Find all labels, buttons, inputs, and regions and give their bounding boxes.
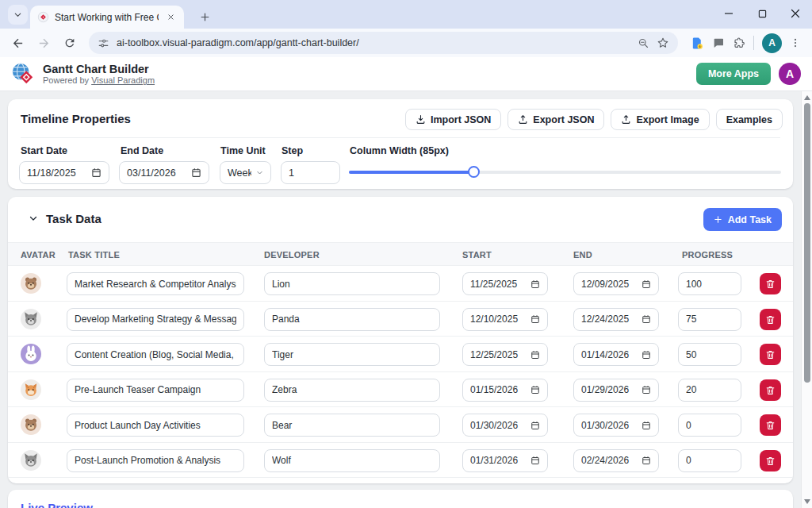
delete-task-button[interactable] [760,309,781,330]
start-date-input[interactable]: 01/15/2026 [462,379,548,402]
trash-icon [765,385,776,395]
task-row: Market Research & Competitor Analysis Li… [8,266,793,302]
developer-input[interactable]: Wolf [264,449,440,472]
end-date-input[interactable]: 01/14/2026 [573,343,659,366]
delete-task-button[interactable] [760,273,781,294]
scroll-down-arrow[interactable] [804,499,810,504]
start-date-input[interactable]: 01/30/2026 [462,414,548,437]
progress-input[interactable]: 50 [678,343,741,366]
end-date-input[interactable]: 02/24/2026 [573,449,659,472]
calendar-icon[interactable] [530,385,540,394]
scrollbar-thumb[interactable] [804,103,810,383]
reload-button[interactable] [59,32,81,54]
calendar-icon[interactable] [642,279,651,289]
export-image-button[interactable]: Export Image [611,109,709,130]
browser-profile-avatar[interactable]: A [762,33,782,53]
scroll-up-arrow[interactable] [804,95,810,100]
visual-paradigm-link[interactable]: Visual Paradigm [91,75,155,85]
back-button[interactable] [6,32,29,54]
add-task-button[interactable]: Add Task [703,208,782,231]
end-date-input[interactable]: 12/24/2025 [573,308,659,331]
browser-tab[interactable]: Start Working with Free Online [30,6,184,29]
end-date-input[interactable]: 03/11/2026 [119,161,209,184]
progress-input[interactable]: 75 [678,308,741,331]
docs-extension-icon[interactable] [691,37,704,50]
task-row: Product Launch Day Activities Bear 01/30… [8,407,793,443]
calendar-icon[interactable] [642,314,651,324]
end-date-input[interactable]: 01/30/2026 [573,414,659,437]
progress-input[interactable]: 20 [678,379,741,402]
calendar-icon[interactable] [530,350,540,360]
start-date-input[interactable]: 12/10/2025 [462,308,548,331]
zoom-out-icon[interactable] [638,37,649,49]
calendar-icon[interactable] [530,279,540,289]
new-tab-button[interactable] [196,8,213,25]
extensions-puzzle-icon[interactable] [733,37,745,49]
browser-menu-icon[interactable] [790,37,801,48]
end-date-input[interactable]: 01/29/2026 [573,379,659,402]
tab-search-button[interactable] [8,5,28,25]
col-developer: DEVELOPER [264,243,320,267]
time-unit-select[interactable]: Week [220,161,271,184]
calendar-icon[interactable] [530,421,540,430]
developer-input[interactable]: Lion [264,272,440,295]
avatar-bear-icon [21,273,41,294]
calendar-icon[interactable] [642,456,651,465]
address-bar[interactable]: ai-toolbox.visual-paradigm.com/app/gantt… [89,32,678,54]
progress-input[interactable]: 0 [678,414,741,437]
calendar-icon[interactable] [530,314,540,324]
collapse-chevron-icon[interactable] [29,214,38,223]
progress-input[interactable]: 0 [678,449,741,472]
developer-input[interactable]: Tiger [264,343,440,366]
maximize-button[interactable] [745,0,779,27]
examples-button[interactable]: Examples [716,109,783,130]
column-width-slider[interactable] [349,161,781,184]
app-title: Gantt Chart Builder [43,63,155,76]
developer-input[interactable]: Bear [264,414,440,437]
task-title-input[interactable]: Post-Launch Promotion & Analysis [67,449,244,472]
end-date-input[interactable]: 12/09/2025 [573,272,659,295]
page-scrollbar[interactable] [801,91,812,508]
delete-task-button[interactable] [760,450,781,471]
task-title-input[interactable]: Develop Marketing Strategy & Messaging [67,308,244,331]
calendar-icon[interactable] [530,456,540,465]
start-date-input[interactable]: 11/25/2025 [462,272,548,295]
calendar-icon[interactable] [642,421,651,430]
close-window-button[interactable] [779,0,812,27]
more-apps-button[interactable]: More Apps [696,63,771,85]
task-title-input[interactable]: Product Launch Day Activities [67,414,244,437]
developer-input[interactable]: Panda [264,308,440,331]
delete-task-button[interactable] [760,414,781,436]
start-date-input[interactable]: 12/25/2025 [462,343,548,366]
slider-track[interactable] [349,171,781,174]
task-title-input[interactable]: Content Creation (Blog, Social Media, Vi… [67,343,244,366]
calendar-icon[interactable] [191,167,201,178]
col-start: START [462,243,492,267]
calendar-icon[interactable] [642,350,651,360]
task-title-input[interactable]: Market Research & Competitor Analysis [67,272,244,295]
task-title-input[interactable]: Pre-Launch Teaser Campaign [67,379,244,402]
calendar-icon[interactable] [91,167,102,178]
start-date-input[interactable]: 11/18/2025 [19,161,109,184]
calendar-icon[interactable] [642,385,651,394]
slider-thumb[interactable] [468,166,480,178]
site-settings-icon[interactable] [98,37,109,49]
export-json-button[interactable]: Export JSON [508,109,604,130]
step-input[interactable]: 1 [281,161,340,184]
col-avatar: AVATAR [21,243,56,267]
avatar-wolf-icon [21,450,41,471]
chat-extension-icon[interactable] [712,37,725,49]
bookmark-star-icon[interactable] [657,37,669,49]
progress-input[interactable]: 100 [678,272,741,295]
developer-input[interactable]: Zebra [264,379,440,402]
import-json-button[interactable]: Import JSON [405,109,501,130]
delete-task-button[interactable] [760,379,781,401]
tab-close-icon[interactable] [164,11,177,24]
browser-tabstrip: Start Working with Free Online [0,0,812,29]
user-avatar[interactable]: A [779,63,801,85]
start-date-input[interactable]: 01/31/2026 [462,449,548,472]
avatar-rabbit-icon [21,344,41,364]
minimize-button[interactable] [712,0,745,27]
forward-button[interactable] [33,32,55,54]
delete-task-button[interactable] [760,344,781,365]
